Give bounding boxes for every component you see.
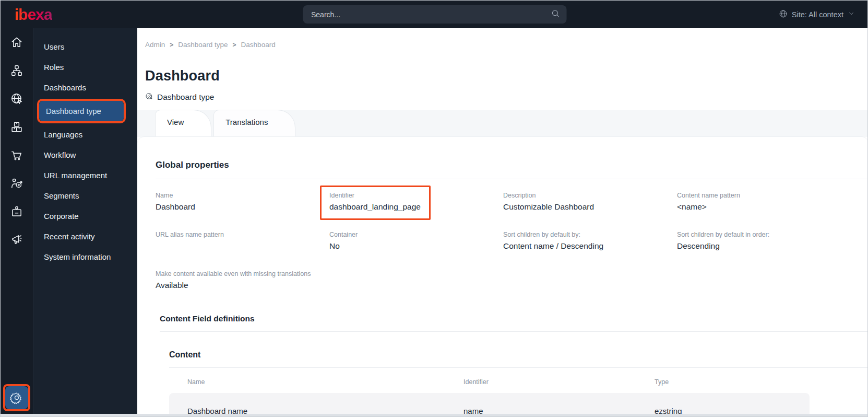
main-content: Admin > Dashboard type > Dashboard Dashb… <box>137 28 868 417</box>
content-type-icon <box>145 92 153 102</box>
admin-sidebar: Users Roles Dashboards Dashboard type La… <box>33 28 137 417</box>
globe-icon <box>779 9 788 20</box>
site-context-selector[interactable]: Site: All context <box>779 1 855 28</box>
rail-item-content-structure[interactable] <box>1 56 33 85</box>
gear-icon <box>10 391 23 404</box>
breadcrumb-separator: > <box>170 41 173 49</box>
field-identifier: Identifier dashboard_landing_page <box>329 192 503 212</box>
sidebar-item-recent-activity[interactable]: Recent activity <box>33 226 137 247</box>
megaphone-icon <box>10 233 23 247</box>
search-icon[interactable] <box>551 9 560 20</box>
sidebar-item-languages[interactable]: Languages <box>33 124 137 145</box>
admin-settings-button[interactable] <box>5 386 28 409</box>
tab-translations[interactable]: Translations <box>213 110 295 137</box>
global-properties-heading: Global properties <box>156 160 868 170</box>
main-icon-rail <box>1 28 33 417</box>
field-sort-children-by: Sort children by default by: Content nam… <box>503 231 677 251</box>
ibexa-logo[interactable]: ibexa <box>15 7 52 22</box>
id-badge-icon <box>10 205 23 218</box>
content-field-definitions-heading: Content Field definitions <box>160 314 868 323</box>
page-title: Dashboard <box>145 68 220 84</box>
breadcrumb: Admin > Dashboard type > Dashboard <box>145 41 276 49</box>
rail-item-product-catalog[interactable] <box>1 113 33 141</box>
field-missing-translations: Make content available even with missing… <box>156 270 503 290</box>
global-search[interactable] <box>303 5 566 24</box>
sidebar-item-segments[interactable]: Segments <box>33 186 137 206</box>
column-header-identifier: Identifier <box>463 378 655 386</box>
shopping-cart-icon <box>10 148 23 162</box>
admin-settings-annotation[interactable] <box>3 384 30 411</box>
search-input[interactable] <box>311 10 551 19</box>
home-icon <box>10 36 23 49</box>
breadcrumb-dashboard: Dashboard <box>241 41 276 49</box>
section-divider <box>160 331 868 332</box>
sidebar-item-dashboards[interactable]: Dashboards <box>33 77 137 98</box>
section-divider <box>156 179 868 179</box>
sidebar-item-system-information[interactable]: System information <box>33 247 137 267</box>
page-subtitle-label: Dashboard type <box>157 92 214 102</box>
packages-icon <box>10 120 23 134</box>
field-sort-children-order: Sort children by default in order: Desce… <box>677 231 851 251</box>
field-definitions-table: Name Identifier Type Dashboard name name… <box>169 368 810 417</box>
tab-view[interactable]: View <box>155 110 211 137</box>
rail-item-customer-portal[interactable] <box>1 198 33 226</box>
field-url-alias-name-pattern: URL alias name pattern <box>156 231 329 251</box>
content-group-heading: Content <box>169 350 868 360</box>
column-header-name: Name <box>187 378 463 386</box>
rail-item-activity[interactable] <box>1 226 33 254</box>
breadcrumb-separator: > <box>233 41 236 49</box>
view-tab-panel: Global properties Name Dashboard Identif… <box>137 136 868 417</box>
person-target-icon <box>10 177 23 190</box>
chevron-down-icon <box>848 10 855 19</box>
rail-item-site[interactable] <box>1 85 33 113</box>
tab-strip: View Translations <box>137 110 868 137</box>
column-header-type: Type <box>655 378 810 386</box>
sidebar-item-workflow[interactable]: Workflow <box>33 145 137 165</box>
top-bar: ibexa Site: All context <box>1 1 868 28</box>
dashboard-type-annotation: Dashboard type <box>37 99 126 123</box>
sidebar-item-users[interactable]: Users <box>33 37 137 57</box>
identifier-annotation: Identifier dashboard_landing_page <box>320 186 431 220</box>
site-context-label: Site: All context <box>792 10 843 19</box>
rail-item-personalization[interactable] <box>1 169 33 198</box>
sidebar-item-dashboard-type[interactable]: Dashboard type <box>39 101 124 121</box>
page-subtitle: Dashboard type <box>145 92 214 102</box>
breadcrumb-admin[interactable]: Admin <box>145 41 165 49</box>
field-content-name-pattern: Content name pattern <name> <box>677 192 851 212</box>
field-container: Container No <box>329 231 503 251</box>
sidebar-item-corporate[interactable]: Corporate <box>33 206 137 226</box>
table-header-row: Name Identifier Type <box>169 368 810 393</box>
field-name: Name Dashboard <box>156 192 329 212</box>
rail-item-dashboard-home[interactable] <box>1 28 33 56</box>
field-description: Description Customizable Dashboard <box>503 192 677 212</box>
window-bottom-edge <box>1 414 868 416</box>
breadcrumb-dashboard-type[interactable]: Dashboard type <box>178 41 228 49</box>
site-globe-icon <box>10 92 23 106</box>
sidebar-item-url-management[interactable]: URL management <box>33 165 137 186</box>
sidebar-item-roles[interactable]: Roles <box>33 57 137 77</box>
global-properties-grid: Name Dashboard Identifier dashboard_land… <box>156 192 868 290</box>
content-tree-icon <box>10 64 23 77</box>
rail-item-commerce[interactable] <box>1 141 33 169</box>
